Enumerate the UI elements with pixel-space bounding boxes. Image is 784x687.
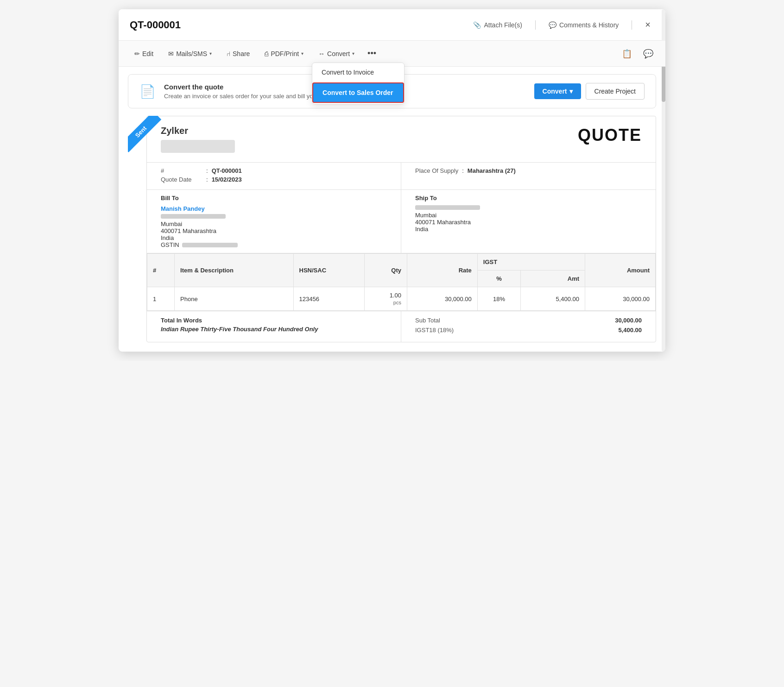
pdf-print-button[interactable]: ⎙ PDF/Print ▾ (258, 47, 310, 61)
item-desc: Phone (175, 287, 293, 311)
sent-label: Sent (128, 116, 161, 152)
banner-convert-button[interactable]: Convert ▾ (534, 83, 581, 99)
convert-dropdown-wrapper: ↔ Convert ▾ Convert to Invoice Convert t… (312, 47, 361, 61)
checklist-icon: 📋 (622, 49, 632, 58)
pdf-chevron-icon: ▾ (301, 51, 303, 56)
gstin-blurred-bar (182, 243, 238, 247)
edit-icon: ✏ (134, 50, 140, 57)
igst18-value: 5,400.00 (618, 327, 642, 334)
panel-header: QT-000001 📎 Attach File(s) 💬 Comments & … (119, 9, 665, 41)
toolbar: ✏ Edit ✉ Mails/SMS ▾ ⑁ Share ⎙ PDF/Print… (119, 41, 665, 67)
bill-to-header: Bill To (161, 195, 387, 202)
sub-total-label: Sub Total (415, 317, 440, 324)
gstin-row: GSTIN (161, 241, 238, 248)
total-in-words-label: Total In Words (161, 317, 387, 324)
mails-sms-button[interactable]: ✉ Mails/SMS ▾ (162, 47, 218, 61)
item-igst-amt: 5,400.00 (521, 287, 585, 311)
pdf-icon: ⎙ (265, 50, 268, 57)
table-row: 1 Phone 123456 1.00pcs 30,000.00 18% 5,4… (147, 287, 656, 311)
col-igst-amt: Amt (521, 271, 585, 287)
quote-header-section: Zylker QUOTE (147, 116, 656, 163)
address-grid: Bill To Manish Pandey Mumbai 400071 Maha… (147, 190, 656, 253)
close-button[interactable]: × (641, 18, 654, 32)
share-button[interactable]: ⑁ Share (220, 47, 256, 61)
create-project-button[interactable]: Create Project (586, 83, 645, 100)
number-value: QT-000001 (212, 167, 242, 174)
gstin-label: GSTIN (161, 241, 179, 248)
quote-number-cell: # : QT-000001 Quote Date : 15/02/2023 (147, 163, 401, 189)
attach-icon: 📎 (473, 21, 481, 29)
banner-convert-chevron-icon: ▾ (569, 88, 573, 95)
bill-country: India (161, 234, 387, 241)
ship-country: India (415, 226, 642, 233)
place-of-supply-cell: Place Of Supply : Maharashtra (27) (401, 163, 656, 189)
customer-name[interactable]: Manish Pandey (161, 205, 387, 212)
share-icon: ⑁ (227, 50, 230, 57)
banner-document-icon: 📄 (139, 84, 156, 99)
pos-value: Maharashtra (27) (468, 167, 516, 174)
date-value: 15/02/2023 (212, 176, 242, 183)
quote-area: Sent Zylker QUOTE # : QT-000001 (128, 116, 656, 342)
col-rate: Rate (407, 254, 477, 287)
ship-to-cell: Ship To Mumbai 400071 Maharashtra India (401, 190, 656, 253)
item-rate: 30,000.00 (407, 287, 477, 311)
ship-state: 400071 Maharashtra (415, 219, 642, 226)
item-igst-pct: 18% (477, 287, 521, 311)
col-amount: Amount (585, 254, 656, 287)
number-label: # (161, 167, 202, 174)
item-num: 1 (147, 287, 175, 311)
igst18-row: IGST18 (18%) 5,400.00 (415, 327, 642, 334)
doc-type: QUOTE (578, 126, 642, 145)
ship-to-header: Ship To (415, 195, 642, 202)
sub-total-row: Sub Total 30,000.00 (415, 317, 642, 324)
bill-to-cell: Bill To Manish Pandey Mumbai 400071 Maha… (147, 190, 401, 253)
edit-button[interactable]: ✏ Edit (128, 47, 160, 61)
col-igst-pct: % (477, 271, 521, 287)
quote-number-row: # : QT-000001 (161, 167, 387, 174)
chat-icon-button[interactable]: 💬 (640, 46, 656, 62)
banner-actions: Convert ▾ Create Project (534, 83, 645, 100)
ship-city: Mumbai (415, 212, 642, 219)
panel-title: QT-000001 (130, 19, 181, 31)
checklist-icon-button[interactable]: 📋 (619, 46, 635, 62)
bill-state: 400071 Maharashtra (161, 227, 387, 234)
col-hash: # (147, 254, 175, 287)
sub-total-value: 30,000.00 (615, 317, 642, 324)
convert-button[interactable]: ↔ Convert ▾ (312, 47, 361, 61)
convert-chevron-icon: ▾ (352, 51, 354, 56)
convert-icon: ↔ (318, 50, 325, 57)
place-of-supply-row: Place Of Supply : Maharashtra (27) (415, 167, 642, 174)
col-hsn: HSN/SAC (293, 254, 364, 287)
total-in-words-value: Indian Rupee Thirty-Five Thousand Four H… (161, 326, 387, 333)
footer-words: Total In Words Indian Rupee Thirty-Five … (147, 311, 401, 342)
footer-totals: Sub Total 30,000.00 IGST18 (18%) 5,400.0… (401, 311, 656, 342)
igst18-label: IGST18 (18%) (415, 327, 454, 334)
header-divider-2 (632, 20, 632, 30)
date-label: Quote Date (161, 176, 202, 183)
bill-city: Mumbai (161, 221, 387, 227)
col-qty: Qty (364, 254, 407, 287)
convert-to-sales-order-item[interactable]: Convert to Sales Order (312, 82, 404, 103)
comments-history-button[interactable]: 💬 Comments & History (545, 19, 622, 31)
header-divider (535, 20, 536, 30)
items-table: # Item & Description HSN/SAC Qty Rate IG… (147, 253, 656, 311)
attach-files-button[interactable]: 📎 Attach File(s) (469, 19, 525, 31)
main-panel: QT-000001 📎 Attach File(s) 💬 Comments & … (119, 9, 665, 352)
address-blurred-1 (161, 214, 226, 219)
quote-date-row: Quote Date : 15/02/2023 (161, 176, 387, 183)
quote-info: # : QT-000001 Quote Date : 15/02/2023 Pl… (147, 163, 656, 190)
comments-icon: 💬 (549, 21, 556, 29)
quote-footer: Total In Words Indian Rupee Thirty-Five … (147, 311, 656, 342)
convert-to-invoice-item[interactable]: Convert to Invoice (312, 63, 404, 82)
convert-dropdown-menu: Convert to Invoice Convert to Sales Orde… (312, 63, 405, 104)
toolbar-right: 📋 💬 (619, 46, 656, 62)
item-qty: 1.00pcs (364, 287, 407, 311)
mails-chevron-icon: ▾ (209, 51, 212, 56)
mail-icon: ✉ (168, 50, 174, 57)
sent-ribbon: Sent (128, 116, 174, 162)
item-amount: 30,000.00 (585, 287, 656, 311)
quote-document: Zylker QUOTE # : QT-000001 Quote Date : (146, 116, 656, 342)
col-igst-group: IGST (477, 254, 585, 271)
header-actions: 📎 Attach File(s) 💬 Comments & History × (469, 18, 654, 32)
more-options-button[interactable]: ••• (363, 45, 381, 62)
